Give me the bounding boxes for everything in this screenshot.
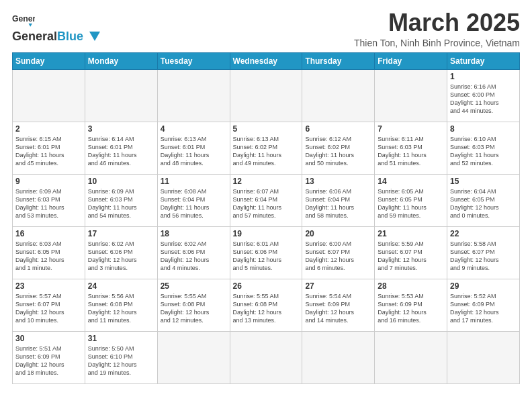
day-info: Sunrise: 5:58 AM Sunset: 6:07 PM Dayligh… — [450, 240, 517, 273]
calendar-cell — [230, 331, 302, 383]
calendar-cell — [13, 69, 85, 122]
day-info: Sunrise: 6:09 AM Sunset: 6:03 PM Dayligh… — [15, 187, 82, 220]
logo-general: General — [12, 30, 57, 43]
day-info: Sunrise: 6:13 AM Sunset: 6:02 PM Dayligh… — [233, 135, 300, 168]
weekday-tuesday: Tuesday — [157, 52, 230, 69]
day-info: Sunrise: 5:54 AM Sunset: 6:09 PM Dayligh… — [305, 292, 371, 325]
svg-text:General: General — [12, 14, 35, 24]
day-number: 11 — [161, 177, 227, 186]
day-info: Sunrise: 6:09 AM Sunset: 6:03 PM Dayligh… — [88, 187, 154, 220]
calendar-cell: 4Sunrise: 6:13 AM Sunset: 6:01 PM Daylig… — [157, 122, 230, 174]
day-number: 31 — [88, 334, 154, 343]
calendar-cell — [157, 69, 230, 122]
day-number: 14 — [378, 177, 444, 186]
calendar-cell: 5Sunrise: 6:13 AM Sunset: 6:02 PM Daylig… — [230, 122, 302, 174]
calendar-cell: 27Sunrise: 5:54 AM Sunset: 6:09 PM Dayli… — [302, 279, 375, 331]
day-info: Sunrise: 6:16 AM Sunset: 6:00 PM Dayligh… — [450, 83, 517, 116]
day-number: 2 — [15, 124, 82, 134]
calendar-cell — [157, 331, 230, 383]
week-row-2: 2Sunrise: 6:15 AM Sunset: 6:01 PM Daylig… — [13, 122, 520, 174]
calendar-cell: 8Sunrise: 6:10 AM Sunset: 6:03 PM Daylig… — [447, 122, 520, 174]
day-number: 5 — [233, 124, 300, 134]
calendar-cell: 29Sunrise: 5:52 AM Sunset: 6:09 PM Dayli… — [447, 279, 520, 331]
day-info: Sunrise: 6:15 AM Sunset: 6:01 PM Dayligh… — [15, 135, 82, 168]
weekday-monday: Monday — [85, 52, 157, 69]
calendar-cell — [375, 69, 447, 122]
calendar-cell: 1Sunrise: 6:16 AM Sunset: 6:00 PM Daylig… — [447, 69, 520, 122]
calendar-table: SundayMondayTuesdayWednesdayThursdayFrid… — [12, 52, 520, 384]
calendar-cell: 23Sunrise: 5:57 AM Sunset: 6:07 PM Dayli… — [13, 279, 85, 331]
logo-wrapper: General — [12, 9, 35, 32]
day-info: Sunrise: 5:53 AM Sunset: 6:09 PM Dayligh… — [378, 292, 444, 325]
calendar-cell: 12Sunrise: 6:07 AM Sunset: 6:04 PM Dayli… — [230, 174, 302, 226]
blue-triangle-icon — [89, 32, 100, 41]
calendar-cell: 20Sunrise: 6:00 AM Sunset: 6:07 PM Dayli… — [302, 226, 375, 279]
day-number: 27 — [305, 281, 371, 291]
calendar-cell: 24Sunrise: 5:56 AM Sunset: 6:08 PM Dayli… — [85, 279, 157, 331]
day-number: 9 — [15, 177, 82, 186]
day-info: Sunrise: 6:05 AM Sunset: 6:05 PM Dayligh… — [378, 187, 444, 220]
day-number: 17 — [88, 229, 154, 238]
day-number: 1 — [450, 72, 517, 81]
day-number: 22 — [450, 229, 517, 238]
calendar-cell: 6Sunrise: 6:12 AM Sunset: 6:02 PM Daylig… — [302, 122, 375, 174]
calendar-cell — [85, 69, 157, 122]
day-number: 25 — [161, 281, 227, 291]
day-info: Sunrise: 6:03 AM Sunset: 6:05 PM Dayligh… — [15, 240, 82, 273]
day-info: Sunrise: 6:10 AM Sunset: 6:03 PM Dayligh… — [450, 135, 517, 168]
calendar-cell: 19Sunrise: 6:01 AM Sunset: 6:06 PM Dayli… — [230, 226, 302, 279]
calendar-cell — [302, 69, 375, 122]
day-number: 4 — [161, 124, 227, 134]
title-area: March 2025 Thien Ton, Ninh Binh Province… — [354, 9, 520, 48]
calendar-cell: 31Sunrise: 5:50 AM Sunset: 6:10 PM Dayli… — [85, 331, 157, 383]
month-title: March 2025 — [354, 9, 520, 36]
calendar-cell: 3Sunrise: 6:14 AM Sunset: 6:01 PM Daylig… — [85, 122, 157, 174]
day-number: 10 — [88, 177, 154, 186]
day-number: 19 — [233, 229, 300, 238]
day-info: Sunrise: 6:01 AM Sunset: 6:06 PM Dayligh… — [233, 240, 300, 273]
day-number: 21 — [378, 229, 444, 238]
logo-blue: Blue — [57, 30, 83, 43]
calendar-cell: 14Sunrise: 6:05 AM Sunset: 6:05 PM Dayli… — [375, 174, 447, 226]
day-number: 13 — [305, 177, 371, 186]
day-info: Sunrise: 5:50 AM Sunset: 6:10 PM Dayligh… — [88, 345, 154, 377]
day-info: Sunrise: 6:02 AM Sunset: 6:06 PM Dayligh… — [88, 240, 154, 273]
day-info: Sunrise: 6:06 AM Sunset: 6:04 PM Dayligh… — [305, 187, 371, 220]
day-info: Sunrise: 5:51 AM Sunset: 6:09 PM Dayligh… — [15, 345, 82, 377]
svg-marker-1 — [28, 24, 32, 27]
day-info: Sunrise: 6:00 AM Sunset: 6:07 PM Dayligh… — [305, 240, 371, 273]
location-title: Thien Ton, Ninh Binh Province, Vietnam — [354, 38, 520, 48]
svg-marker-2 — [89, 32, 100, 41]
weekday-saturday: Saturday — [447, 52, 520, 69]
calendar-cell — [375, 331, 447, 383]
calendar-cell — [302, 331, 375, 383]
weekday-friday: Friday — [375, 52, 447, 69]
calendar-cell: 30Sunrise: 5:51 AM Sunset: 6:09 PM Dayli… — [13, 331, 85, 383]
day-info: Sunrise: 6:13 AM Sunset: 6:01 PM Dayligh… — [161, 135, 227, 168]
week-row-5: 23Sunrise: 5:57 AM Sunset: 6:07 PM Dayli… — [13, 279, 520, 331]
day-number: 24 — [88, 281, 154, 291]
calendar-cell: 7Sunrise: 6:11 AM Sunset: 6:03 PM Daylig… — [375, 122, 447, 174]
week-row-6: 30Sunrise: 5:51 AM Sunset: 6:09 PM Dayli… — [13, 331, 520, 383]
calendar-cell: 22Sunrise: 5:58 AM Sunset: 6:07 PM Dayli… — [447, 226, 520, 279]
day-info: Sunrise: 6:07 AM Sunset: 6:04 PM Dayligh… — [233, 187, 300, 220]
day-number: 29 — [450, 281, 517, 291]
day-number: 6 — [305, 124, 371, 134]
day-number: 23 — [15, 281, 82, 291]
day-number: 28 — [378, 281, 444, 291]
week-row-3: 9Sunrise: 6:09 AM Sunset: 6:03 PM Daylig… — [13, 174, 520, 226]
weekday-header-row: SundayMondayTuesdayWednesdayThursdayFrid… — [13, 52, 520, 69]
day-info: Sunrise: 5:55 AM Sunset: 6:08 PM Dayligh… — [161, 292, 227, 325]
calendar-cell — [230, 69, 302, 122]
day-number: 3 — [88, 124, 154, 134]
calendar-page: General GeneralBlue March 2025 Thien Ton… — [0, 0, 532, 411]
week-row-4: 16Sunrise: 6:03 AM Sunset: 6:05 PM Dayli… — [13, 226, 520, 279]
calendar-cell: 21Sunrise: 5:59 AM Sunset: 6:07 PM Dayli… — [375, 226, 447, 279]
calendar-cell: 10Sunrise: 6:09 AM Sunset: 6:03 PM Dayli… — [85, 174, 157, 226]
day-info: Sunrise: 5:59 AM Sunset: 6:07 PM Dayligh… — [378, 240, 444, 273]
day-info: Sunrise: 6:04 AM Sunset: 6:05 PM Dayligh… — [450, 187, 517, 220]
weekday-sunday: Sunday — [13, 52, 85, 69]
day-info: Sunrise: 6:08 AM Sunset: 6:04 PM Dayligh… — [161, 187, 227, 220]
day-info: Sunrise: 6:12 AM Sunset: 6:02 PM Dayligh… — [305, 135, 371, 168]
calendar-cell: 28Sunrise: 5:53 AM Sunset: 6:09 PM Dayli… — [375, 279, 447, 331]
